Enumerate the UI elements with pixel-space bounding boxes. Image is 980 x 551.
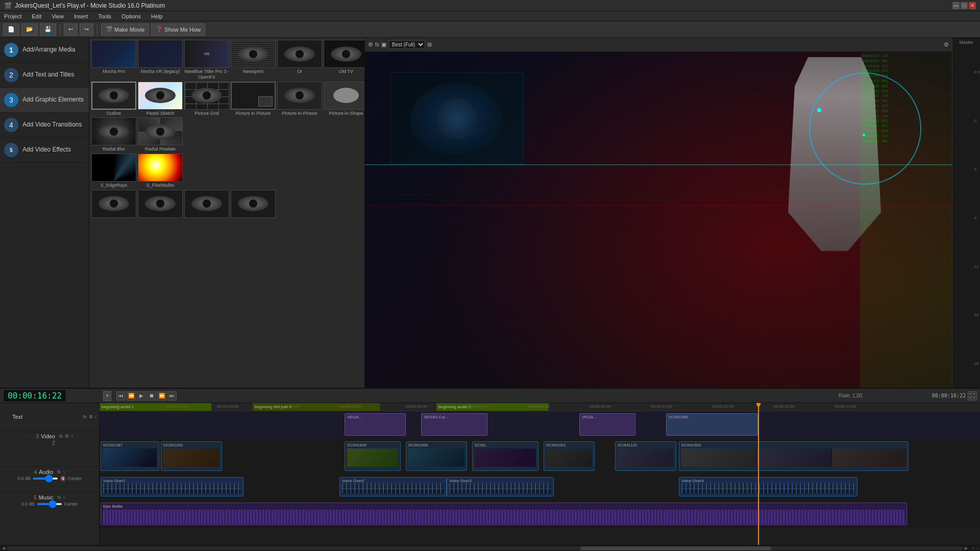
window-controls[interactable]: — □ ✕ — [952, 2, 976, 9]
track-text-label: Text — [12, 414, 22, 420]
clip-dcim1845[interactable]: DCIM1845 — [345, 441, 401, 471]
sidebar-item-add-text[interactable]: 2 Add Text and Titles — [0, 63, 89, 88]
music-fx-icon[interactable]: fx — [57, 495, 61, 500]
text-expand-icon[interactable]: ↕ — [95, 414, 97, 419]
menu-view[interactable]: View — [50, 12, 66, 20]
audio-mute-icon[interactable]: 🔇 — [60, 476, 66, 481]
effect-pic-shape[interactable]: Picture-in-Shape — [324, 82, 364, 116]
track-header-video: ⋮⋮ 3 Video fx ⚙ ↕ 2 — [0, 431, 99, 467]
menu-tools[interactable]: Tools — [96, 12, 113, 20]
music-vol-slider[interactable] — [37, 503, 62, 505]
fullscreen-button[interactable]: ⛶ — [968, 391, 977, 400]
clip-voiceover2[interactable]: Voice Over2 — [339, 477, 447, 496]
effect-pip[interactable]: Picture In Picture — [231, 82, 276, 116]
menu-edit[interactable]: Edit — [30, 12, 43, 20]
video-track-top: ⋮⋮ 3 Video fx ⚙ ↕ — [26, 433, 73, 439]
minimize-button[interactable]: — — [952, 2, 960, 9]
menu-insert[interactable]: Insert — [72, 12, 90, 20]
audio-vol-slider[interactable] — [33, 478, 58, 480]
scrollbar-thumb[interactable] — [580, 546, 771, 550]
zoom-out-icon[interactable]: - — [976, 546, 978, 551]
clip-epic-battle[interactable]: Epic Battle — [101, 503, 907, 525]
sidebar-item-add-transitions[interactable]: 4 Add Video Transitions — [0, 113, 89, 138]
effect-newsprint[interactable]: Newsprint — [231, 40, 276, 80]
settings2-icon[interactable]: ⚙ — [944, 41, 949, 48]
step-back-button[interactable]: ⏪ — [127, 391, 136, 400]
effect-outline[interactable]: Outline — [91, 82, 136, 116]
scroll-right-icon[interactable]: ▶ — [965, 546, 968, 550]
clip-text-1[interactable]: VEGA... — [345, 413, 406, 436]
effect-radial-pixelate[interactable]: Radial Pixelate — [138, 117, 183, 152]
open-button[interactable]: 📂 — [21, 23, 38, 36]
music-expand-icon[interactable]: ↕ — [63, 495, 65, 500]
new-button[interactable]: 📄 — [3, 23, 19, 36]
settings-preview-icon[interactable]: ⚙ — [368, 41, 373, 48]
timeline-add-track[interactable]: + — [103, 391, 111, 401]
make-movie-button[interactable]: 🎬 Make Movie — [101, 23, 149, 36]
tc-4: 00:00:04:00 — [278, 404, 300, 409]
video-settings-icon[interactable]: ⚙ — [65, 434, 69, 439]
audio-expand-icon[interactable]: ↕ — [63, 469, 65, 474]
clip-dcim1290[interactable]: DCIM1290 — [161, 441, 222, 471]
question-icon: ❓ — [156, 26, 163, 33]
clip-dcim1120[interactable]: DCIM1120 — [615, 441, 676, 471]
effect-mocha-vr[interactable]: Mocha VR (legacy) — [138, 40, 183, 80]
effect-pastel[interactable]: Pastel Sketch — [138, 82, 183, 116]
effect-extra1[interactable] — [91, 190, 136, 218]
effect-picture-grid[interactable]: Picture Grid — [184, 82, 229, 116]
play-tl-button[interactable]: ▶ — [137, 391, 146, 400]
effect-flashbulbs[interactable]: S_Flashbulbs — [138, 154, 183, 188]
save-button[interactable]: 💾 — [40, 23, 56, 36]
clip-dcim1999[interactable]: DCIM1999 — [406, 441, 467, 471]
clip-dcim1503[interactable]: DCIM1503 — [679, 441, 909, 471]
close-button[interactable]: ✕ — [969, 2, 976, 9]
sidebar-item-add-effects[interactable]: 5 Add Video Effects — [0, 138, 89, 163]
effect-mocha-pro[interactable]: Mocha Pro — [91, 40, 136, 80]
show-me-how-button[interactable]: ❓ Show Me How — [151, 23, 205, 36]
clip-dcim1387[interactable]: DCIM1387 — [101, 441, 159, 471]
scrollbar-track[interactable] — [7, 546, 963, 550]
effect-newblue[interactable]: NB NewBlue Titler Pro 3 - OpenFX — [184, 40, 229, 80]
stop-tl-button[interactable]: ⏹ — [147, 391, 156, 400]
clip-dcim-mid[interactable]: DCIM... — [472, 441, 538, 471]
clip-text-4[interactable]: DCIM1566 — [666, 413, 758, 436]
text-fx-icon[interactable]: fx — [83, 414, 86, 419]
sidebar-item-add-media[interactable]: 1 Add/Arrange Media — [0, 38, 89, 63]
rewind-button[interactable]: ⏮ — [116, 391, 126, 400]
end-button[interactable]: ⏭ — [167, 391, 177, 400]
effect-extra2[interactable] — [138, 190, 183, 218]
sidebar-item-add-graphics[interactable]: 3 Add Graphic Elements — [0, 88, 89, 113]
effect-radial-blur[interactable]: Radial Blur — [91, 117, 136, 152]
effect-extra4[interactable] — [231, 190, 276, 218]
scroll-left-icon[interactable]: ◀ — [2, 546, 5, 550]
view-mode-icon[interactable]: ▣ — [381, 41, 386, 48]
effect-pip2[interactable]: Picture-In-Picture — [277, 82, 322, 116]
quality-select[interactable]: Best (Full) — [388, 40, 425, 49]
undo-button[interactable]: ↩ — [64, 23, 78, 36]
grid-icon[interactable]: ⊞ — [427, 41, 432, 48]
redo-button[interactable]: ↪ — [80, 23, 93, 36]
maximize-button[interactable]: □ — [961, 2, 968, 9]
add-effects-icon: 5 — [4, 143, 18, 157]
zoom-in-icon[interactable]: + — [972, 546, 974, 551]
effect-old-tv[interactable]: Old TV — [324, 40, 364, 80]
fx-preview-icon[interactable]: fx — [375, 42, 379, 47]
video-fx-icon[interactable]: fx — [59, 434, 63, 439]
step-fwd-button[interactable]: ⏩ — [157, 391, 166, 400]
make-movie-label: Make Movie — [114, 27, 144, 33]
menu-options[interactable]: Options — [119, 12, 143, 20]
text-settings-icon[interactable]: ⚙ — [89, 414, 93, 419]
clip-voiceover1[interactable]: Voice Over1 — [101, 477, 243, 496]
effect-oi[interactable]: OI — [277, 40, 322, 80]
menu-help[interactable]: Help — [149, 12, 165, 20]
clip-voiceover3[interactable]: Voice Over3 — [447, 477, 554, 496]
clip-text-2[interactable]: VEGAS Col... — [421, 413, 487, 436]
effect-edge-rays[interactable]: S_EdgeRays — [91, 154, 136, 188]
menu-project[interactable]: Project — [2, 12, 23, 20]
video-expand-icon[interactable]: ↕ — [71, 434, 74, 439]
audio-fx-icon[interactable]: fx — [57, 469, 61, 474]
effect-extra3[interactable] — [184, 190, 229, 218]
clip-text-3[interactable]: VEGA... — [579, 413, 635, 436]
clip-dcim1001[interactable]: DCIM1001 — [544, 441, 595, 471]
clip-voiceover4[interactable]: Voice Over4 — [679, 477, 857, 496]
